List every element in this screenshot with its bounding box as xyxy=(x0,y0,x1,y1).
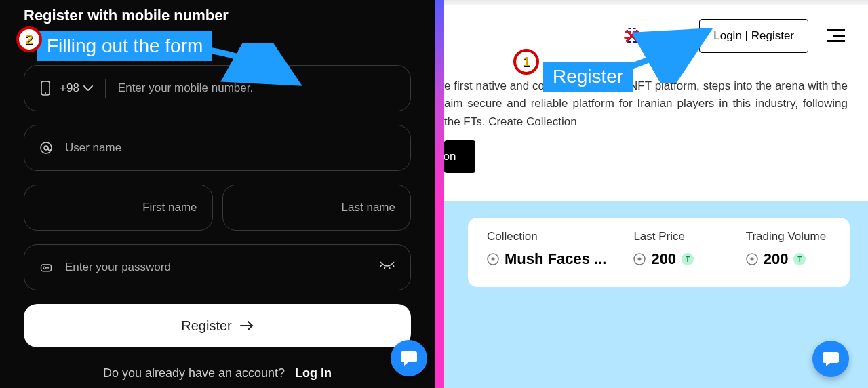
token-badge: T xyxy=(682,253,694,265)
annotation-badge-1: 1 xyxy=(513,49,539,75)
stats-volume-col: Trading Volume 200 T xyxy=(746,230,831,268)
username-field[interactable] xyxy=(24,125,411,171)
annotation-arrow-1 xyxy=(617,28,719,83)
bullet-icon xyxy=(633,253,646,265)
firstname-input[interactable] xyxy=(39,201,197,214)
divider xyxy=(105,79,106,98)
stats-collection-value[interactable]: Mush Faces ... xyxy=(487,250,606,268)
svg-point-5 xyxy=(43,267,45,269)
stats-last-price-value: 200 T xyxy=(633,250,718,268)
chat-icon xyxy=(822,351,840,367)
firstname-field[interactable] xyxy=(24,185,213,231)
annotation-badge-2: 2 xyxy=(16,26,42,52)
bullet-icon xyxy=(487,253,499,265)
register-title: Register with mobile number xyxy=(24,7,411,24)
register-button[interactable]: Register xyxy=(24,304,411,347)
annotation-arrow-2 xyxy=(203,43,305,98)
dial-code-dropdown[interactable]: +98 xyxy=(60,81,93,95)
phone-icon xyxy=(39,81,53,95)
stats-collection-col: Collection Mush Faces ... xyxy=(487,230,606,268)
hamburger-menu-icon[interactable] xyxy=(825,26,848,45)
lastname-field[interactable] xyxy=(222,185,412,231)
chat-fab[interactable] xyxy=(391,340,427,376)
stats-volume-value: 200 T xyxy=(746,250,831,268)
chevron-down-icon xyxy=(83,85,93,91)
svg-point-2 xyxy=(41,142,52,153)
dial-code-value: +98 xyxy=(60,81,79,95)
bullet-icon xyxy=(746,253,758,265)
already-text: Do you already have an account? xyxy=(103,366,285,380)
svg-point-11 xyxy=(750,258,753,261)
split-divider xyxy=(435,0,444,388)
already-account-row: Do you already have an account? Log in xyxy=(24,366,411,381)
at-icon xyxy=(39,141,53,155)
svg-point-7 xyxy=(492,258,495,261)
svg-point-3 xyxy=(44,146,48,150)
lastname-input[interactable] xyxy=(238,201,396,214)
chat-fab[interactable] xyxy=(812,341,849,377)
chat-icon xyxy=(400,350,418,366)
stats-collection-label: Collection xyxy=(487,230,606,244)
key-icon xyxy=(39,260,53,274)
browser-chrome-strip xyxy=(444,0,868,5)
stats-card: Collection Mush Faces ... Last Price 200… xyxy=(468,218,850,287)
password-field[interactable] xyxy=(24,244,411,290)
annotation-callout-2: Filling out the form xyxy=(37,31,212,61)
svg-point-9 xyxy=(638,258,642,261)
svg-point-1 xyxy=(45,92,46,94)
hero-paragraph: e first native and completely Iranian NF… xyxy=(444,77,848,131)
arrow-right-icon xyxy=(240,320,254,331)
register-button-label: Register xyxy=(181,318,231,334)
stats-last-price-col: Last Price 200 T xyxy=(633,230,718,268)
username-input[interactable] xyxy=(65,141,395,155)
name-row xyxy=(24,185,411,231)
stats-last-price-label: Last Price xyxy=(633,230,718,244)
stats-volume-label: Trading Volume xyxy=(746,230,831,244)
login-link[interactable]: Log in xyxy=(295,366,332,380)
password-input[interactable] xyxy=(65,260,379,274)
token-badge: T xyxy=(793,253,806,265)
create-collection-button[interactable]: ection xyxy=(444,140,475,173)
toggle-password-icon[interactable] xyxy=(379,260,395,275)
